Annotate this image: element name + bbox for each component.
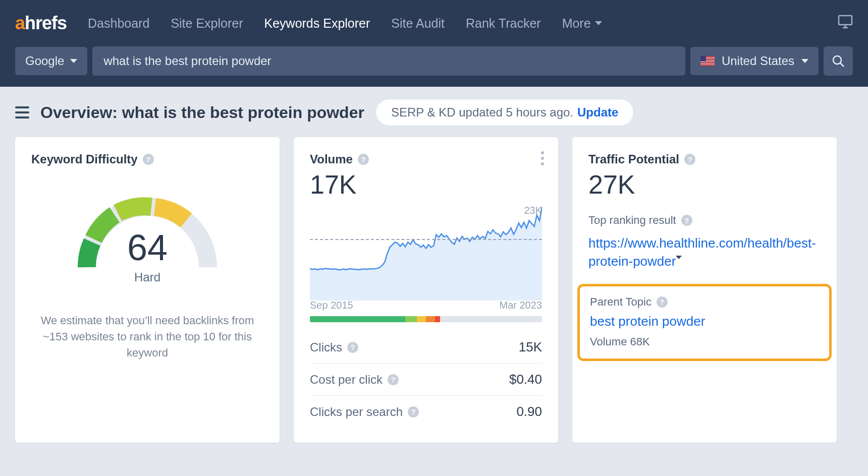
kd-note: We estimate that you’ll need backlinks f… (31, 313, 263, 361)
cpc-value: $0.40 (509, 372, 542, 387)
top-navbar: ahrefs Dashboard Site Explorer Keywords … (0, 0, 868, 46)
tp-title-text: Traffic Potential (588, 152, 679, 166)
update-status-pill: SERP & KD updated 5 hours ago. Update (375, 99, 634, 126)
top-result-link[interactable]: https://www.healthline.com/health/best-p… (588, 234, 821, 271)
help-icon[interactable]: ? (347, 342, 358, 353)
tp-title: Traffic Potential ? (588, 152, 695, 166)
keyword-difficulty-card: Keyword Difficulty ? 64 Hard We estimate… (15, 137, 280, 443)
update-status-text: SERP & KD updated 5 hours ago. (391, 105, 573, 120)
svg-point-1 (833, 56, 841, 64)
nav-keywords-explorer[interactable]: Keywords Explorer (264, 16, 370, 31)
cards-row: Keyword Difficulty ? 64 Hard We estimate… (0, 135, 868, 458)
kd-score: 64 (31, 227, 263, 268)
top-result-label: Top ranking result ? (588, 214, 821, 227)
nav-site-audit[interactable]: Site Audit (391, 16, 445, 31)
traffic-potential-card: Traffic Potential ? 27K Top ranking resu… (572, 137, 837, 443)
update-link[interactable]: Update (577, 105, 618, 120)
chevron-down-icon (70, 59, 77, 63)
country-select[interactable]: United States (690, 47, 819, 75)
chevron-down-icon (676, 256, 682, 268)
nav-rank-tracker[interactable]: Rank Tracker (466, 16, 541, 31)
us-flag-icon (700, 56, 715, 66)
chevron-down-icon (595, 21, 602, 25)
clicks-value: 15K (519, 339, 542, 355)
cps-value: 0.90 (516, 404, 542, 420)
chart-end-date: Mar 2023 (500, 300, 542, 311)
nav-more[interactable]: More (562, 16, 602, 31)
nav-site-explorer[interactable]: Site Explorer (171, 16, 243, 31)
display-icon[interactable] (838, 15, 853, 32)
kd-title-text: Keyword Difficulty (31, 152, 138, 166)
search-button[interactable] (824, 46, 853, 76)
help-icon[interactable]: ? (681, 215, 692, 226)
volume-title-text: Volume (310, 152, 353, 166)
chevron-down-icon (801, 59, 808, 63)
volume-card: Volume ? 17K 23K Sep 2015 Mar 2023 Click… (294, 137, 558, 443)
engine-select-label: Google (25, 54, 64, 68)
chart-reference-line (310, 239, 542, 240)
kd-label: Hard (31, 270, 263, 284)
top-result-label-text: Top ranking result (588, 214, 676, 227)
chart-max-label: 23K (524, 205, 542, 216)
brand-logo[interactable]: ahrefs (15, 13, 67, 34)
nav-dashboard[interactable]: Dashboard (88, 16, 149, 31)
parent-topic-box: Parent Topic ? best protein powder Volum… (577, 284, 832, 361)
distribution-bar (310, 316, 542, 322)
help-icon[interactable]: ? (358, 154, 369, 165)
logo-letter-a: a (15, 13, 25, 33)
search-bar: Google United States (0, 46, 868, 87)
menu-icon[interactable] (15, 106, 29, 118)
parent-topic-link[interactable]: best protein powder (590, 314, 819, 329)
svg-line-2 (840, 63, 844, 67)
parent-topic-label-text: Parent Topic (590, 295, 652, 309)
volume-value: 17K (310, 169, 542, 200)
volume-chart: 23K Sep 2015 Mar 2023 (310, 205, 542, 322)
metric-cpc: Cost per click? $0.40 (310, 363, 542, 395)
metric-cps: Clicks per search? 0.90 (310, 395, 542, 428)
overview-header: Overview: what is the best protein powde… (0, 87, 868, 135)
svg-rect-0 (839, 16, 852, 25)
card-menu-button[interactable] (541, 151, 544, 165)
help-icon[interactable]: ? (143, 154, 154, 165)
cpc-label: Cost per click (310, 373, 383, 387)
volume-title: Volume ? (310, 152, 369, 166)
help-icon[interactable]: ? (684, 154, 695, 165)
logo-rest: hrefs (25, 13, 67, 33)
kd-title: Keyword Difficulty ? (31, 152, 154, 166)
clicks-label: Clicks (310, 340, 342, 354)
page-title: Overview: what is the best protein powde… (40, 103, 364, 122)
metric-clicks: Clicks? 15K (310, 331, 542, 363)
parent-topic-volume: Volume 68K (590, 335, 819, 348)
tp-value: 27K (588, 169, 821, 200)
parent-topic-label: Parent Topic ? (590, 295, 819, 309)
chart-start-date: Sep 2015 (310, 300, 353, 311)
volume-metrics: Clicks? 15K Cost per click? $0.40 Clicks… (310, 331, 542, 428)
nav-more-label: More (562, 16, 591, 31)
volume-sparkline (310, 205, 542, 301)
help-icon[interactable]: ? (657, 296, 668, 308)
cps-label: Clicks per search (310, 405, 403, 419)
keyword-input[interactable] (92, 46, 685, 76)
primary-nav: Dashboard Site Explorer Keywords Explore… (88, 16, 602, 31)
engine-select[interactable]: Google (15, 47, 87, 75)
help-icon[interactable]: ? (388, 374, 399, 385)
search-icon (832, 54, 845, 68)
help-icon[interactable]: ? (408, 406, 419, 418)
top-result-url: https://www.healthline.com/health/best-p… (588, 235, 816, 269)
country-select-label: United States (722, 54, 794, 68)
